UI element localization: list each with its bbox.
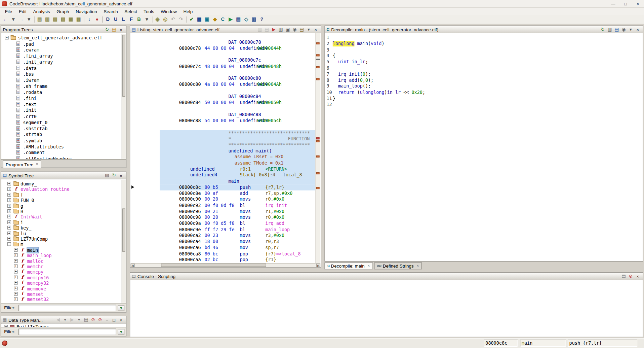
symbol-tree-item[interactable]: +i	[2, 219, 122, 225]
decompile-line[interactable]: 3	[325, 47, 642, 53]
expander-icon[interactable]: +	[7, 220, 11, 224]
expander-icon[interactable]: +	[14, 270, 18, 274]
overview-mark[interactable]	[316, 137, 320, 139]
symbol-tree-item[interactable]: +fIntrWait	[2, 214, 122, 220]
previous-dropdown-icon[interactable]: ▾	[62, 317, 69, 323]
listing-row[interactable]: 08000c9600 21movsr1,#0x0	[136, 208, 315, 214]
symbol-tree-item[interactable]: +FUN_0	[2, 198, 122, 203]
expander-icon[interactable]: +	[14, 292, 18, 296]
decompile-line[interactable]: 8 irq_add(0,0);	[325, 77, 642, 83]
close-icon[interactable]: ×	[312, 26, 319, 32]
listing-row[interactable]: 08000c7c48 00 00 04undefined404000048h	[136, 63, 315, 69]
toggle-margin-icon[interactable]: ▥	[277, 26, 284, 32]
tab-defined-strings[interactable]: 010Defined Strings×	[374, 263, 422, 270]
program-tree-section-row[interactable]: .pad	[2, 41, 122, 47]
function-icon[interactable]: F	[127, 15, 135, 23]
close-icon[interactable]: ×	[117, 26, 124, 32]
program-tree-section-row[interactable]: .init_array	[2, 59, 122, 65]
listing-hscrollbar[interactable]: ◀ ▶	[131, 263, 321, 267]
close-icon[interactable]: ×	[634, 273, 641, 279]
listing-row[interactable]: 08000c8450 00 00 04undefined404000050h	[136, 100, 315, 106]
program-tree-section-row[interactable]: .bss	[2, 71, 122, 77]
snapshot-icon[interactable]: ◉	[291, 26, 298, 32]
listing-row[interactable]: undefinedr0:1<RETURN>	[136, 166, 315, 172]
minimize-button[interactable]: —	[607, 0, 619, 7]
overview-mark[interactable]	[316, 172, 320, 174]
cursor-arrow-icon[interactable]: ▶	[270, 26, 277, 32]
listing-row[interactable]: assume TMode = 0x1	[136, 160, 315, 166]
symbol-tree-item[interactable]: +fmemset32	[2, 297, 122, 302]
program-tree-section-row[interactable]: .crt0	[2, 113, 122, 119]
overview-mark[interactable]	[316, 42, 320, 44]
redo-icon[interactable]: ↷	[177, 15, 185, 23]
program-tree-section-row[interactable]: .iwram	[2, 77, 122, 83]
expander-icon[interactable]: +	[7, 198, 11, 202]
bookmark-dropdown-icon[interactable]: ▾	[143, 15, 151, 23]
scrollbar-thumb[interactable]	[122, 35, 125, 97]
expander-icon[interactable]: +	[14, 275, 18, 279]
symbol-tree-item[interactable]: +fmalloc	[2, 258, 122, 264]
listing-row[interactable]: undefined main()	[136, 148, 315, 154]
symbol-tree-item[interactable]: +fmemchr	[2, 264, 122, 269]
help-icon[interactable]: ?	[258, 15, 266, 23]
scroll-left-button[interactable]: ◀	[131, 264, 135, 267]
listing-row[interactable]	[136, 69, 315, 75]
listing-row[interactable]: 08000c9000 20movsr0,#0x0	[136, 196, 315, 202]
copy-icon[interactable]: ▥	[606, 26, 613, 32]
listing-row[interactable]: DAT_08000c88	[136, 112, 315, 118]
menu-select[interactable]: Select	[121, 8, 140, 14]
diff-view-icon[interactable]: ▣	[284, 26, 291, 32]
symbol-tree-header[interactable]: ▤ Symbol Tree ▨↻×	[1, 172, 126, 179]
forward-history-icon[interactable]: ▾	[25, 15, 33, 23]
decompile-line[interactable]: 6	[325, 65, 642, 71]
expander-icon[interactable]: +	[7, 231, 11, 235]
collapse-all-icon[interactable]: −	[104, 317, 111, 323]
data-type-manager-header[interactable]: ▦ Data Type Man... ◀▾▶▾▤⊘⊘−□×	[1, 316, 126, 324]
listing-row[interactable]: 08000c9200 f0 0d f8blirq_init	[136, 202, 315, 208]
memory-map-icon[interactable]: ▦	[196, 15, 203, 23]
listing-row[interactable]: ******************************	[136, 130, 315, 136]
copy-icon[interactable]: ▥	[44, 15, 51, 23]
scroll-lock-icon[interactable]: ▤	[620, 273, 627, 279]
paste-icon[interactable]: ▧	[51, 15, 59, 23]
listing-row[interactable]: 08000c9a00 f0 d5 f8blirq_add	[136, 220, 315, 227]
decompile-header[interactable]: C Decompile: main - (stem_cell_generator…	[325, 26, 643, 33]
memory-view-icon[interactable]: ▤	[298, 26, 305, 32]
decompile-line[interactable]: 1	[325, 35, 642, 41]
ghidra-status-icon[interactable]	[2, 341, 7, 346]
diff-icon[interactable]: ◇	[242, 15, 250, 23]
snapshot-icon[interactable]: ◉	[620, 26, 627, 32]
close-icon[interactable]: ×	[117, 317, 124, 323]
refresh-icon[interactable]: ↻	[599, 26, 606, 32]
listing-row[interactable]: 08000caa02 bcpop{r1}	[136, 257, 315, 263]
listing-row[interactable]	[136, 88, 315, 94]
program-tree-section-row[interactable]: .eh_frame	[2, 83, 122, 89]
next-type-icon[interactable]: ▶	[69, 317, 76, 323]
edit-filter-icon[interactable]: ▨	[104, 172, 111, 178]
symbol-tree-item[interactable]: −m	[2, 242, 122, 247]
expander-icon[interactable]: +	[7, 204, 11, 208]
listing-row[interactable]	[136, 106, 315, 112]
menu-search[interactable]: Search	[100, 8, 121, 14]
expander-icon[interactable]: +	[7, 237, 11, 241]
title-bar[interactable]: CodeBrowser: Hackthebox:/stem_cell_gener…	[0, 0, 644, 8]
hscroll-thumb[interactable]	[161, 264, 266, 267]
snapshot-icon[interactable]: ▨	[59, 15, 67, 23]
console-header[interactable]: ▤ Console - Scripting ▤⊘×	[130, 273, 643, 280]
search-text-icon[interactable]: ◎	[161, 15, 169, 23]
expander-icon[interactable]: +	[7, 215, 11, 218]
listing-row[interactable]: 08000c8854 00 00 04undefined404000054h	[136, 118, 315, 124]
clear-color-icon[interactable]: ●	[93, 15, 101, 23]
listing-row[interactable]: main	[136, 178, 315, 184]
disassemble-icon[interactable]: D	[104, 15, 112, 23]
pull-selection-icon[interactable]: ↓	[85, 15, 93, 23]
expander-icon[interactable]: +	[14, 259, 18, 263]
decompiler-icon[interactable]: C	[219, 15, 227, 23]
undo-icon[interactable]: ↶	[169, 15, 177, 23]
paste-view-icon[interactable]: ▤	[263, 26, 270, 32]
undefine-icon[interactable]: U	[112, 15, 119, 23]
listing-row[interactable]: 08000c8e00 afaddr7,sp,#0x0	[136, 190, 315, 196]
program-tree-section-row[interactable]: .symtab	[2, 138, 122, 143]
expander-icon[interactable]: +	[14, 253, 18, 257]
listing-row[interactable]: 08000ca418 00movsr0,r3	[136, 239, 315, 245]
